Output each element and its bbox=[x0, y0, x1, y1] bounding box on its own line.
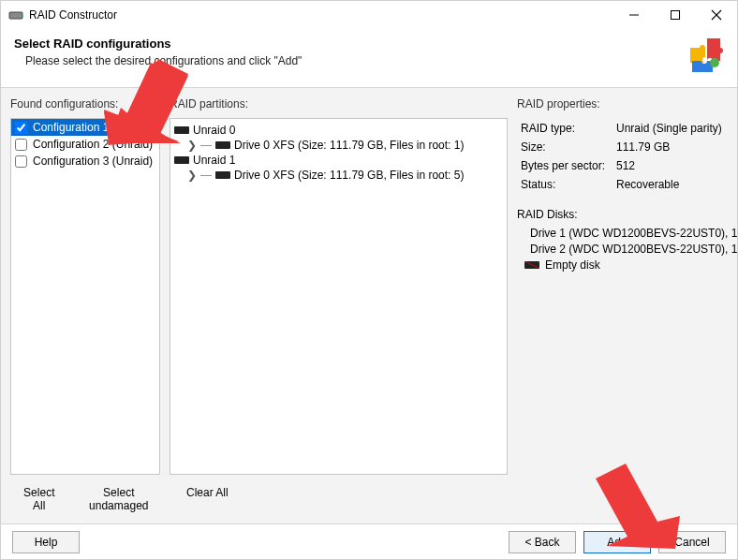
raid-disks-label: RAID Disks: bbox=[517, 208, 728, 221]
minimize-button[interactable] bbox=[613, 1, 655, 29]
dash-icon: — bbox=[200, 139, 212, 152]
hdd-icon bbox=[174, 126, 189, 134]
partition-child[interactable]: ❯—Drive 0 XFS (Size: 111.79 GB, Files in… bbox=[185, 168, 505, 183]
expand-icon[interactable]: ❯ bbox=[187, 140, 197, 150]
disk-row: Drive 1 (WDC WD1200BEVS-22UST0), 111 GB bbox=[524, 227, 728, 240]
config-checkbox[interactable] bbox=[15, 122, 27, 134]
partition-label: Unraid 0 bbox=[193, 124, 235, 137]
prop-key-raid-type: RAID type: bbox=[519, 120, 613, 137]
partition-child-label: Drive 0 XFS (Size: 111.79 GB, Files in r… bbox=[234, 169, 464, 182]
found-configs-label: Found configurations: bbox=[10, 97, 160, 114]
disk-row: Drive 2 (WDC WD1200BEVS-22UST0), 111 GB bbox=[524, 243, 728, 256]
app-icon bbox=[8, 7, 23, 22]
expand-icon[interactable]: ❯ bbox=[187, 170, 197, 180]
cancel-button[interactable]: Cancel bbox=[658, 531, 726, 553]
partition-node[interactable]: Unraid 0 bbox=[172, 123, 505, 138]
body: Found configurations: RAID partitions: R… bbox=[1, 88, 737, 523]
prop-val-status: Recoverable bbox=[614, 176, 726, 193]
page-subtitle: Please select the desired configurations… bbox=[25, 54, 302, 67]
clear-all-button[interactable]: Clear All bbox=[179, 484, 236, 501]
raid-disks-section: RAID Disks: Drive 1 (WDC WD1200BEVS-22US… bbox=[517, 208, 728, 272]
add-button[interactable]: Add bbox=[583, 531, 651, 553]
window: RAID Constructor Select RAID configurati… bbox=[0, 0, 738, 560]
dash-icon: — bbox=[200, 169, 212, 182]
raid-partitions-panel: Unraid 0❯—Drive 0 XFS (Size: 111.79 GB, … bbox=[170, 118, 508, 475]
config-label: Configuration 1 (Unraid) bbox=[33, 121, 153, 134]
footer: Help < Back Add Cancel bbox=[1, 523, 737, 559]
back-button[interactable]: < Back bbox=[509, 531, 576, 553]
puzzle-icon bbox=[686, 37, 724, 74]
config-item[interactable]: Configuration 1 (Unraid) bbox=[11, 119, 159, 136]
properties-table: RAID type:Unraid (Single parity) Size:11… bbox=[517, 118, 728, 195]
disk-label: Drive 1 (WDC WD1200BEVS-22UST0), 111 GB bbox=[530, 227, 737, 240]
partition-child-label: Drive 0 XFS (Size: 111.79 GB, Files in r… bbox=[234, 139, 464, 152]
partition-child[interactable]: ❯—Drive 0 XFS (Size: 111.79 GB, Files in… bbox=[185, 138, 505, 153]
config-checkbox[interactable] bbox=[15, 155, 27, 168]
prop-key-bps: Bytes per sector: bbox=[519, 157, 613, 174]
titlebar: RAID Constructor bbox=[1, 1, 737, 29]
prop-val-size: 111.79 GB bbox=[614, 139, 726, 155]
config-label: Configuration 3 (Unraid) bbox=[33, 155, 153, 168]
close-button[interactable] bbox=[696, 1, 737, 29]
window-title: RAID Constructor bbox=[29, 8, 117, 22]
prop-val-raid-type: Unraid (Single parity) bbox=[614, 120, 726, 137]
disk-label: Drive 2 (WDC WD1200BEVS-22UST0), 111 GB bbox=[530, 243, 737, 256]
config-label: Configuration 2 (Unraid) bbox=[33, 138, 153, 151]
prop-val-bps: 512 bbox=[614, 157, 726, 174]
help-button[interactable]: Help bbox=[12, 531, 80, 553]
found-configs-panel: Configuration 1 (Unraid)Configuration 2 … bbox=[10, 118, 160, 475]
hdd-icon bbox=[215, 171, 230, 179]
maximize-button[interactable] bbox=[655, 1, 696, 29]
partition-label: Unraid 1 bbox=[193, 154, 235, 167]
config-item[interactable]: Configuration 2 (Unraid) bbox=[11, 136, 159, 153]
raid-properties-label: RAID properties: bbox=[517, 97, 728, 114]
page-title: Select RAID configurations bbox=[14, 37, 302, 51]
partition-node[interactable]: Unraid 1 bbox=[172, 153, 505, 168]
svg-rect-4 bbox=[672, 11, 680, 20]
select-all-button[interactable]: Select All bbox=[10, 484, 68, 514]
raid-properties-panel: RAID type:Unraid (Single parity) Size:11… bbox=[517, 118, 728, 475]
select-undamaged-button[interactable]: Select undamaged bbox=[68, 484, 170, 514]
hdd-icon bbox=[174, 156, 189, 164]
list-actions: Select All Select undamaged Clear All bbox=[10, 479, 728, 523]
prop-key-size: Size: bbox=[519, 139, 613, 155]
empty-disk-icon bbox=[524, 261, 539, 269]
disk-row: Empty disk bbox=[524, 258, 728, 272]
prop-key-status: Status: bbox=[519, 176, 613, 193]
panel-labels: Found configurations: RAID partitions: R… bbox=[10, 97, 728, 114]
config-item[interactable]: Configuration 3 (Unraid) bbox=[11, 153, 159, 169]
window-controls bbox=[613, 1, 737, 29]
config-checkbox[interactable] bbox=[15, 139, 27, 151]
raid-partitions-label: RAID partitions: bbox=[170, 97, 508, 114]
svg-point-7 bbox=[710, 58, 719, 67]
disk-label: Empty disk bbox=[545, 258, 600, 272]
hdd-icon bbox=[215, 141, 230, 149]
panels: Configuration 1 (Unraid)Configuration 2 … bbox=[10, 118, 728, 475]
svg-point-2 bbox=[20, 15, 22, 17]
header: Select RAID configurations Please select… bbox=[1, 29, 737, 88]
